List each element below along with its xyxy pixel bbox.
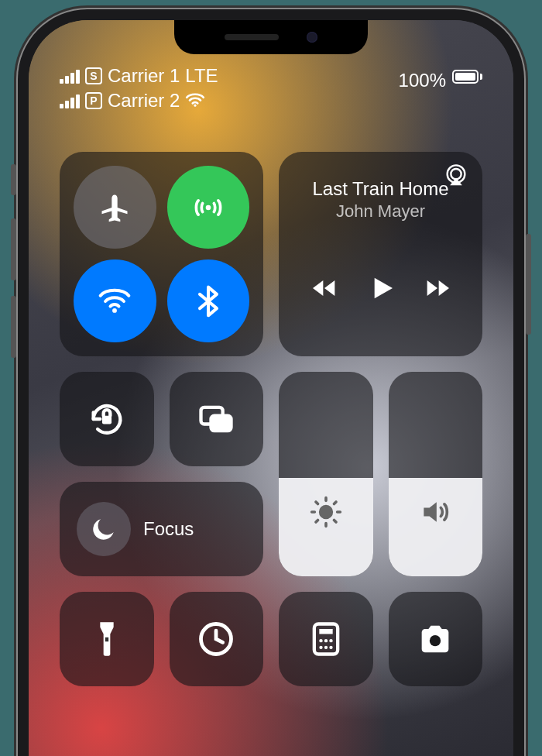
svg-point-18 [329, 646, 332, 649]
wifi-toggle[interactable] [74, 259, 156, 342]
side-button[interactable] [526, 234, 531, 335]
brightness-icon [309, 495, 343, 532]
mute-switch[interactable] [11, 164, 16, 195]
track-artist: John Mayer [296, 201, 465, 222]
brightness-slider[interactable] [279, 372, 373, 576]
carrier-2-name: Carrier 2 [108, 90, 180, 112]
battery-icon [452, 70, 482, 84]
svg-point-17 [324, 646, 328, 649]
iphone-device-frame: S Carrier 1 LTE P Carrier 2 [18, 9, 524, 756]
svg-point-8 [320, 507, 331, 518]
sim-badge-1: S [85, 67, 102, 84]
status-left: S Carrier 1 LTE P Carrier 2 [60, 65, 218, 112]
screen: S Carrier 1 LTE P Carrier 2 [29, 20, 513, 756]
signal-bars-icon [60, 93, 80, 108]
calculator-button[interactable] [279, 592, 373, 686]
connectivity-module[interactable] [60, 152, 263, 356]
notch [174, 20, 368, 54]
carrier-line-2: P Carrier 2 [60, 90, 218, 112]
previous-track-button[interactable] [309, 273, 340, 307]
svg-point-16 [319, 646, 322, 649]
volume-icon [418, 495, 452, 532]
screen-mirroring-button[interactable] [170, 372, 264, 466]
carrier-line-1: S Carrier 1 LTE [60, 65, 218, 87]
play-button[interactable] [365, 273, 396, 307]
battery-percent: 100% [399, 70, 446, 91]
next-track-button[interactable] [422, 273, 453, 307]
wifi-icon [185, 90, 205, 112]
control-center: Last Train Home John Mayer [60, 152, 482, 686]
carrier-1-network: LTE [185, 65, 218, 87]
focus-label: Focus [143, 518, 194, 540]
flashlight-button[interactable] [60, 592, 154, 686]
media-module[interactable]: Last Train Home John Mayer [279, 152, 482, 356]
airplane-mode-toggle[interactable] [74, 166, 156, 249]
svg-point-13 [319, 639, 322, 642]
carrier-1-name: Carrier 1 [108, 65, 180, 87]
airplay-icon[interactable] [444, 163, 468, 191]
svg-rect-9 [105, 637, 108, 641]
cellular-data-toggle[interactable] [167, 166, 250, 249]
svg-rect-12 [319, 629, 332, 634]
volume-down-button[interactable] [11, 296, 16, 358]
bluetooth-toggle[interactable] [167, 259, 250, 342]
moon-icon [77, 502, 131, 556]
timer-button[interactable] [170, 592, 264, 686]
sim-badge-2: P [85, 92, 102, 109]
svg-point-14 [324, 639, 328, 642]
camera-button[interactable] [389, 592, 483, 686]
signal-bars-icon [60, 68, 80, 84]
status-right: 100% [399, 65, 482, 112]
svg-point-15 [329, 639, 332, 642]
focus-button[interactable]: Focus [60, 482, 263, 576]
orientation-lock-button[interactable] [60, 372, 154, 466]
volume-slider[interactable] [389, 372, 483, 576]
svg-point-19 [430, 635, 441, 646]
svg-point-2 [112, 308, 117, 312]
svg-point-1 [205, 204, 211, 210]
svg-rect-7 [211, 416, 232, 431]
svg-point-4 [451, 169, 461, 179]
track-title: Last Train Home [296, 178, 465, 200]
volume-up-button[interactable] [11, 218, 16, 280]
status-bar: S Carrier 1 LTE P Carrier 2 [29, 54, 513, 112]
svg-point-0 [194, 105, 197, 107]
